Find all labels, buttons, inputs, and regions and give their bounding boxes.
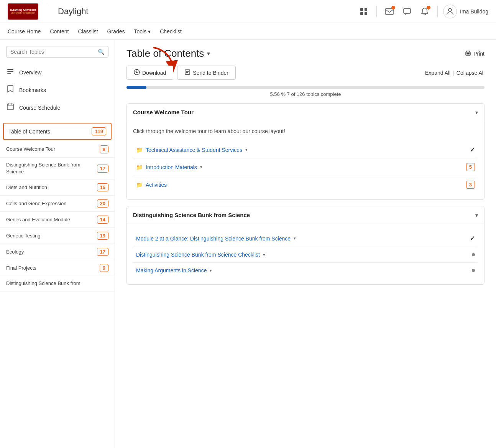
toc-section-title-0: Course Welcome Tour [133,109,194,115]
content-title-chevron-icon[interactable]: ▾ [207,50,210,57]
print-icon [465,50,471,57]
bookmarks-icon [6,85,15,95]
download-icon [134,69,140,76]
toc-section-body-1: Module 2 at a Glance: Distinguishing Sci… [127,224,484,284]
toc-section-header-0[interactable]: Course Welcome Tour ▾ [127,104,484,121]
search-container: 🔍 [0,46,115,64]
toc-item-label-7: Final Projects [6,265,36,272]
subsection-left-1-1: Distinguishing Science Bunk from Science… [136,252,265,258]
action-area: Download Send to Binder Expand All | Col… [126,66,485,80]
nav-grades[interactable]: Grades [107,28,125,35]
print-label: Print [473,51,485,57]
content-title: Table of Contents ▾ [126,48,210,59]
toc-section-header-1[interactable]: Distinguishing Science Bunk from Science… [127,206,484,224]
sidebar-nav: Overview Bookmarks Course Schedule [0,64,115,119]
download-button[interactable]: Download [126,66,173,80]
ec-divider: | [453,70,454,76]
chat-icon-button[interactable] [400,4,414,19]
action-buttons: Download Send to Binder Expand All | Col… [126,66,485,80]
subsection-link-1-2[interactable]: Making Arguments in Science [136,267,207,273]
toc-subsection-1-1[interactable]: Distinguishing Science Bunk from Science… [133,247,478,263]
toc-list-item-0[interactable]: Course Welcome Tour 8 [0,142,115,158]
nav-classlist[interactable]: Classlist [78,28,98,35]
dot-1-1 [472,253,475,256]
folder-icon-0-0: 📁 [136,147,143,153]
header-divider-1 [376,6,377,17]
svg-rect-12 [466,53,470,54]
apps-icon-button[interactable] [356,4,371,19]
folder-icon-0-2: 📁 [136,182,143,188]
toc-list-item-8[interactable]: Distinguishing Science Bunk from [0,276,115,291]
toc-list-item-7[interactable]: Final Projects 9 [0,260,115,276]
svg-rect-3 [365,12,367,15]
subsection-left-0-0: 📁 Technical Assistance & Student Service… [136,147,248,153]
bell-badge [427,6,430,10]
svg-rect-2 [360,12,363,15]
progress-text: 5.56 % 7 of 126 topics complete [126,91,485,97]
toc-subsection-0-2[interactable]: 📁 Activities 3 [133,176,478,193]
subsection-left-1-2: Making Arguments in Science ▾ [136,267,212,273]
subsection-link-1-1[interactable]: Distinguishing Science Bunk from Science… [136,252,260,258]
svg-rect-5 [404,8,411,13]
progress-bar-container [126,86,485,89]
toc-subsection-0-0[interactable]: 📁 Technical Assistance & Student Service… [133,142,478,158]
sidebar-item-label-schedule: Course Schedule [19,105,60,111]
content-area: Table of Contents ▾ Print [115,40,496,448]
logo-area: eLearning Commons UNIVERSITY OF GEORGIA … [8,3,88,20]
toc-item-label-2: Diets and Nutrition [6,184,47,191]
section-chevron-0-icon: ▾ [475,109,478,115]
nav-course-home[interactable]: Course Home [8,28,41,35]
subsection-left-0-1: 📁 Introduction Materials ▾ [136,164,202,170]
sidebar-item-course-schedule[interactable]: Course Schedule [0,99,115,116]
subsection-left-1-0: Module 2 at a Glance: Distinguishing Sci… [136,236,296,242]
nav-tools[interactable]: Tools ▾ [134,28,151,35]
expand-collapse: Expand All | Collapse All [425,66,485,80]
subsection-link-1-0[interactable]: Module 2 at a Glance: Distinguishing Sci… [136,236,291,242]
expand-all-link[interactable]: Expand All [425,70,450,76]
progress-bar-fill [126,86,146,89]
search-input[interactable] [10,49,98,55]
binder-label: Send to Binder [193,70,228,76]
mail-icon-button[interactable] [382,4,397,19]
subsection-link-0-0[interactable]: Technical Assistance & Student Services [146,147,242,153]
search-box[interactable]: 🔍 [6,46,108,58]
toc-list-item-6[interactable]: Ecology 17 [0,244,115,260]
sidebar-item-overview[interactable]: Overview [0,64,115,81]
search-icon: 🔍 [98,49,104,55]
subsection-badge-0-1: 5 [466,163,475,171]
user-area[interactable]: Ima Bulldog [443,5,488,18]
toc-subsection-1-2[interactable]: Making Arguments in Science ▾ [133,263,478,278]
toc-list-item-4[interactable]: Genes and Evolution Module 14 [0,212,115,228]
subsection-link-0-2[interactable]: Activities [146,182,167,188]
user-name: Ima Bulldog [460,8,488,15]
send-to-binder-button[interactable]: Send to Binder [177,66,236,80]
subsection-chevron-1-0-icon: ▾ [294,236,296,241]
sidebar-divider [0,121,115,121]
sidebar-item-label-overview: Overview [19,69,41,76]
binder-icon [184,69,191,76]
subsection-link-0-1[interactable]: Introduction Materials [146,164,197,170]
collapse-all-link[interactable]: Collapse All [457,70,485,76]
nav-bar: Course Home Content Classlist Grades Too… [0,23,496,40]
toc-active-label: Table of Contents [8,128,50,135]
subsection-left-0-2: 📁 Activities [136,182,167,188]
subsection-chevron-0-1-icon: ▾ [200,165,202,170]
nav-checklist[interactable]: Checklist [160,28,182,35]
toc-list-item-3[interactable]: Cells and Gene Expression 20 [0,196,115,212]
progress-bar-track [126,86,485,89]
toc-item-label-5: Genetic Testing [6,232,40,239]
toc-item-label-8: Distinguishing Science Bunk from [6,280,80,287]
sidebar-toc-active[interactable]: Table of Contents 119 [3,123,112,140]
toc-subsection-1-0[interactable]: Module 2 at a Glance: Distinguishing Sci… [133,230,478,247]
toc-list-item-5[interactable]: Genetic Testing 19 [0,228,115,244]
sidebar-item-bookmarks[interactable]: Bookmarks [0,81,115,99]
nav-content[interactable]: Content [50,28,69,35]
top-header: eLearning Commons UNIVERSITY OF GEORGIA … [0,0,496,23]
toc-section-body-0: Click through the welcome tour to learn … [127,121,484,199]
mail-badge [391,6,395,10]
toc-list-item-1[interactable]: Distinguishing Science Bunk from Science… [0,158,115,180]
bell-icon-button[interactable] [417,4,432,19]
print-button[interactable]: Print [465,50,485,57]
toc-subsection-0-1[interactable]: 📁 Introduction Materials ▾ 5 [133,158,478,176]
toc-list-item-2[interactable]: Diets and Nutrition 15 [0,180,115,196]
